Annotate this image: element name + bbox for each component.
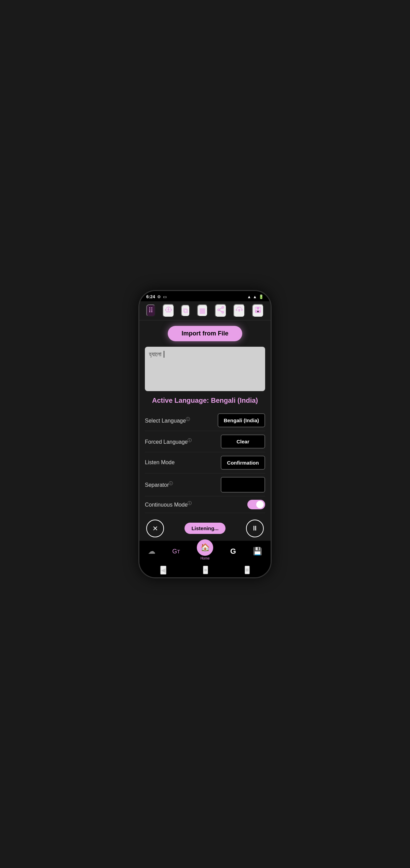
phone-frame: 6:24 ⚙ ▭ ▲ ▲ 🔋 ⠿ ⧉ ▦: [138, 290, 272, 578]
status-bar: 6:24 ⚙ ▭ ▲ ▲ 🔋: [139, 291, 271, 301]
svg-rect-6: [257, 307, 259, 309]
battery-icon: 🔋: [259, 294, 264, 299]
download-cloud-button[interactable]: [163, 304, 174, 317]
google-nav-item[interactable]: G: [230, 547, 236, 556]
select-language-info-icon: ⓘ: [186, 417, 190, 422]
select-language-button[interactable]: Bengali (India): [218, 413, 265, 427]
text-input-value: হ্যালো: [149, 351, 161, 358]
svg-line-3: [219, 308, 222, 309]
listening-badge: Listening...: [184, 523, 225, 534]
import-from-file-button[interactable]: Import from File: [168, 326, 242, 341]
save-nav-item[interactable]: 💾: [253, 547, 262, 556]
continuous-mode-toggle[interactable]: [247, 500, 265, 509]
listen-mode-button[interactable]: Confirmation: [221, 456, 265, 470]
svg-point-1: [218, 309, 219, 311]
separator-label: Separatorⓘ: [145, 481, 221, 488]
main-content: Import from File হ্যালো Active Language:…: [139, 320, 271, 516]
share-button[interactable]: [215, 304, 227, 317]
continuous-mode-knob: [256, 501, 264, 508]
sim-icon: ▭: [163, 294, 167, 299]
svg-rect-8: [257, 311, 259, 312]
status-time: 6:24: [146, 294, 155, 299]
home-nav-item[interactable]: 🏠 Home: [197, 543, 213, 560]
svg-line-4: [219, 310, 222, 312]
bottom-action-bar: ✕ Listening... ⏸: [139, 516, 271, 541]
forced-language-info-icon: ⓘ: [188, 438, 192, 443]
home-nav-label: Home: [201, 556, 210, 560]
cancel-button[interactable]: ✕: [146, 520, 164, 537]
continuous-mode-row: Continuous Modeⓘ: [145, 496, 265, 513]
svg-point-0: [222, 306, 223, 308]
continuous-mode-label: Continuous Modeⓘ: [145, 500, 247, 508]
translate-nav-item[interactable]: GT: [172, 548, 180, 555]
home-circle: 🏠: [197, 539, 213, 556]
signal-icon: ▲: [253, 294, 257, 299]
separator-row: Separatorⓘ: [145, 473, 265, 496]
nav-bar: ☁ GT 🏠 Home G 💾: [139, 541, 271, 563]
select-language-row: Select Languageⓘ Bengali (India): [145, 410, 265, 431]
forced-language-row: Forced Languageⓘ Clear: [145, 431, 265, 452]
select-language-label: Select Languageⓘ: [145, 416, 218, 424]
status-right: ▲ ▲ 🔋: [247, 294, 264, 299]
gear-icon: ⚙: [157, 294, 161, 299]
cancel-icon: ✕: [152, 524, 158, 533]
wifi-icon: ▲: [247, 294, 251, 299]
cloud-nav-item[interactable]: ☁: [148, 547, 155, 556]
system-nav: ◀ ● ■: [139, 563, 271, 577]
apps-grid-button[interactable]: ⠿: [146, 304, 155, 317]
save-nav-icon: 💾: [253, 547, 262, 556]
cloud-icon: ☁: [148, 547, 155, 556]
status-left: 6:24 ⚙ ▭: [146, 294, 167, 299]
toolbar: ⠿ ⧉ ▦: [139, 301, 271, 320]
text-input-area[interactable]: হ্যালো: [145, 347, 265, 391]
continuous-mode-info-icon: ⓘ: [188, 501, 192, 506]
back-button[interactable]: ◀: [160, 566, 166, 575]
svg-point-2: [222, 311, 223, 313]
upload-cloud-button[interactable]: [233, 304, 245, 317]
copy-button[interactable]: ⧉: [181, 305, 190, 317]
home-icon: 🏠: [201, 543, 210, 552]
translate-icon: GT: [172, 548, 180, 555]
listen-mode-row: Listen Mode Confirmation: [145, 452, 265, 473]
separator-button[interactable]: [221, 477, 265, 493]
forced-language-label: Forced Languageⓘ: [145, 438, 221, 445]
pause-button[interactable]: ⏸: [246, 520, 264, 537]
active-language-label: Active Language: Bengali (India): [145, 397, 265, 404]
home-button[interactable]: ●: [203, 566, 208, 574]
scanner-button[interactable]: ▦: [197, 304, 208, 317]
recent-apps-button[interactable]: ■: [245, 566, 250, 574]
settings-list: Select Languageⓘ Bengali (India) Forced …: [145, 410, 265, 516]
google-icon: G: [230, 547, 236, 556]
save-toolbar-button[interactable]: [252, 304, 264, 317]
separator-info-icon: ⓘ: [169, 481, 173, 486]
forced-language-button[interactable]: Clear: [221, 435, 265, 449]
private-mode-row: Private Modeⓘ: [145, 513, 265, 516]
pause-icon: ⏸: [251, 524, 258, 532]
listen-mode-label: Listen Mode: [145, 459, 221, 466]
